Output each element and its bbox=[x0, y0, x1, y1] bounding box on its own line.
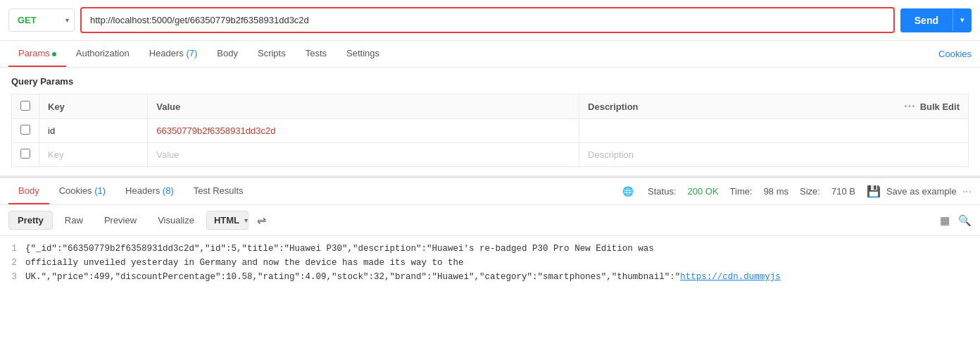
params-table: Key Value Description ··· Bulk Edit bbox=[11, 94, 969, 167]
size-label: Size: bbox=[800, 186, 820, 197]
send-button[interactable]: Send bbox=[900, 8, 953, 32]
line-content-2: officially unveiled yesterday in Germany… bbox=[25, 256, 464, 270]
placeholder-key-cell[interactable]: Key bbox=[39, 143, 148, 167]
headers-badge: (7) bbox=[186, 48, 197, 58]
bulk-edit-area: ··· Bulk Edit bbox=[904, 100, 960, 113]
visualize-button[interactable]: Visualize bbox=[149, 211, 203, 230]
save-as-example-button[interactable]: Save as example bbox=[886, 186, 957, 197]
query-params-title: Query Params bbox=[11, 76, 969, 87]
line-content-1: {"_id":"66350779b2f6358931dd3c2d","id":5… bbox=[25, 242, 654, 256]
cookies-link[interactable]: Cookies bbox=[938, 49, 972, 59]
request-tabs-bar: Params Authorization Headers (7) Body Sc… bbox=[0, 41, 980, 68]
query-params-section: Query Params Key Value Description ··· B… bbox=[0, 68, 980, 175]
search-icon[interactable]: 🔍 bbox=[958, 214, 972, 227]
line-number-2: 2 bbox=[0, 256, 25, 270]
pretty-button[interactable]: Pretty bbox=[8, 211, 53, 230]
globe-icon: 🌐 bbox=[622, 186, 634, 197]
language-selector-wrapper: HTML JSON Text ▾ bbox=[206, 211, 249, 230]
code-line-3: 3 UK.","price":499,"discountPercentage":… bbox=[0, 270, 980, 284]
placeholder-checkbox[interactable] bbox=[20, 149, 30, 159]
placeholder-value-cell[interactable]: Value bbox=[148, 143, 579, 167]
method-dropdown[interactable]: GET POST PUT DELETE PATCH bbox=[8, 8, 75, 32]
language-selector[interactable]: HTML JSON Text bbox=[207, 211, 257, 229]
tab-settings[interactable]: Settings bbox=[337, 41, 389, 67]
checkbox-header bbox=[12, 94, 39, 119]
code-output: 1 {"_id":"66350779b2f6358931dd3c2d","id"… bbox=[0, 236, 980, 290]
line-number-1: 1 bbox=[0, 242, 25, 256]
response-tab-cookies[interactable]: Cookies (1) bbox=[49, 178, 115, 204]
time-value: 98 ms bbox=[764, 186, 789, 197]
tab-body[interactable]: Body bbox=[207, 41, 248, 67]
response-tabs-bar: Body Cookies (1) Headers (8) Test Result… bbox=[0, 178, 980, 205]
response-tab-body[interactable]: Body bbox=[8, 178, 49, 204]
status-value: 200 OK bbox=[688, 186, 719, 197]
method-selector[interactable]: GET POST PUT DELETE PATCH ▾ bbox=[8, 8, 75, 32]
response-more-options-icon[interactable]: ··· bbox=[962, 185, 972, 198]
response-meta-actions: 💾 Save as example ··· bbox=[867, 185, 972, 198]
description-cell bbox=[579, 119, 969, 143]
size-value: 710 B bbox=[831, 186, 855, 197]
tab-scripts[interactable]: Scripts bbox=[248, 41, 296, 67]
url-input-wrapper bbox=[80, 7, 895, 33]
send-button-wrapper: Send ▾ bbox=[900, 8, 972, 32]
response-tab-test-results[interactable]: Test Results bbox=[184, 178, 253, 204]
more-options-icon[interactable]: ··· bbox=[904, 100, 915, 113]
copy-icon[interactable]: ▦ bbox=[940, 214, 950, 227]
bulk-edit-button[interactable]: Bulk Edit bbox=[920, 101, 960, 112]
line-content-3: UK.","price":499,"discountPercentage":10… bbox=[25, 270, 781, 284]
row-checkbox[interactable] bbox=[20, 125, 30, 135]
tab-tests[interactable]: Tests bbox=[296, 41, 337, 67]
raw-button[interactable]: Raw bbox=[56, 211, 92, 230]
response-area: Body Cookies (1) Headers (8) Test Result… bbox=[0, 175, 980, 290]
response-meta: 🌐 Status: 200 OK Time: 98 ms Size: 710 B bbox=[622, 186, 855, 197]
response-tab-headers[interactable]: Headers (8) bbox=[115, 178, 184, 204]
response-headers-badge: (8) bbox=[163, 185, 174, 196]
save-icon: 💾 bbox=[867, 185, 881, 198]
thumbnail-link[interactable]: https://cdn.dummyjs bbox=[680, 272, 781, 282]
line-number-3: 3 bbox=[0, 270, 25, 284]
value-column-header: Value bbox=[148, 94, 579, 119]
placeholder-description-cell[interactable]: Description bbox=[579, 143, 969, 167]
placeholder-row: Key Value Description bbox=[12, 143, 969, 167]
description-label: Description bbox=[588, 101, 639, 112]
tab-headers[interactable]: Headers (7) bbox=[139, 41, 208, 67]
top-bar: GET POST PUT DELETE PATCH ▾ Send ▾ bbox=[0, 0, 980, 41]
select-all-checkbox[interactable] bbox=[20, 101, 30, 111]
placeholder-checkbox-cell bbox=[12, 143, 39, 167]
time-label: Time: bbox=[730, 186, 753, 197]
status-label: Status: bbox=[648, 186, 676, 197]
params-table-header-row: Key Value Description ··· Bulk Edit bbox=[12, 94, 969, 119]
cookies-badge: (1) bbox=[94, 185, 106, 196]
filter-icon[interactable]: ⇌ bbox=[257, 214, 266, 227]
url-input[interactable] bbox=[80, 7, 895, 33]
send-dropdown-button[interactable]: ▾ bbox=[953, 9, 972, 31]
description-column-header: Description ··· Bulk Edit bbox=[579, 94, 969, 119]
row-checkbox-cell bbox=[12, 119, 39, 143]
table-row: id 66350779b2f6358931dd3c2d bbox=[12, 119, 969, 143]
tab-params[interactable]: Params bbox=[8, 41, 66, 67]
key-cell: id bbox=[39, 119, 148, 143]
value-cell: 66350779b2f6358931dd3c2d bbox=[148, 119, 579, 143]
preview-button[interactable]: Preview bbox=[95, 211, 146, 230]
code-line-2: 2 officially unveiled yesterday in Germa… bbox=[0, 256, 980, 270]
key-column-header: Key bbox=[39, 94, 148, 119]
format-bar: Pretty Raw Preview Visualize HTML JSON T… bbox=[0, 205, 980, 236]
tab-authorization[interactable]: Authorization bbox=[66, 41, 139, 67]
params-dot-indicator bbox=[52, 52, 56, 56]
code-line-1: 1 {"_id":"66350779b2f6358931dd3c2d","id"… bbox=[0, 242, 980, 256]
